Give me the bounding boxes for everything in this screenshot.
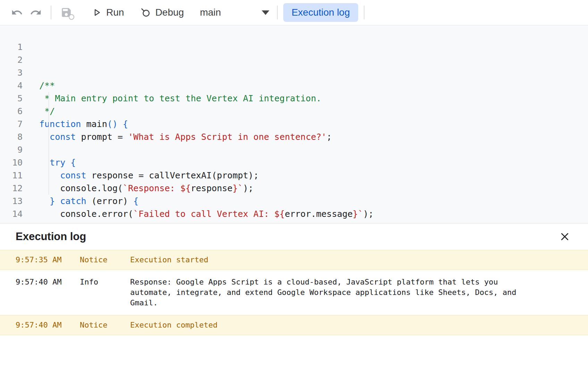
code-editor[interactable]: 1234567891011121314 /** * Main entry poi… (0, 25, 588, 223)
execution-log-button[interactable]: Execution log (283, 3, 358, 22)
execution-log-rows: 9:57:35 AMNoticeExecution started9:57:40… (0, 250, 588, 335)
code-token: response (191, 183, 233, 193)
line-number: 2 (0, 53, 23, 66)
toolbar: Run Debug main Execution log (0, 0, 588, 25)
line-number: 10 (0, 156, 23, 169)
line-number: 4 (0, 79, 23, 92)
chevron-down-icon (262, 10, 269, 15)
code-token: (error) (86, 196, 133, 206)
code-token: response = callVertexAI(prompt); (86, 170, 259, 180)
code-token (39, 222, 50, 223)
code-token: ; (327, 132, 332, 142)
redo-icon (30, 7, 42, 18)
execution-log-header: Execution log (0, 223, 588, 250)
undo-button[interactable] (9, 5, 25, 20)
debug-button[interactable]: Debug (136, 4, 188, 21)
undo-icon (11, 7, 23, 18)
code-line[interactable]: } catch (error) { (39, 195, 588, 208)
code-token: () (107, 119, 118, 129)
code-line[interactable]: console.log(`Response: ${response}`); (39, 182, 588, 195)
execution-log-panel: Execution log 9:57:35 AMNoticeExecution … (0, 223, 588, 335)
code-token: function (39, 119, 81, 129)
line-number: 9 (0, 143, 23, 156)
log-timestamp: 9:57:35 AM (16, 255, 80, 265)
code-line[interactable]: } (39, 220, 588, 223)
code-token: ); (363, 209, 373, 219)
toolbar-divider (277, 6, 278, 19)
line-number: 1 (0, 41, 23, 53)
code-line[interactable]: function main() { (39, 118, 588, 130)
log-entry-info: 9:57:40 AMInfoResponse: Google Apps Scri… (0, 270, 588, 315)
line-number: 13 (0, 195, 23, 208)
line-number: 11 (0, 169, 23, 182)
line-number: 3 (0, 66, 23, 79)
code-token: `Response: ${ (123, 183, 191, 193)
code-token (39, 158, 50, 168)
log-entry-notice: 9:57:40 AMNoticeExecution completed (0, 315, 588, 335)
function-select[interactable]: main (196, 4, 271, 21)
log-entry-notice: 9:57:35 AMNoticeExecution started (0, 250, 588, 270)
code-token (39, 196, 50, 206)
code-line[interactable]: try { (39, 156, 588, 169)
save-status-badge (69, 14, 74, 20)
code-token: catch (60, 196, 86, 206)
log-timestamp: 9:57:40 AM (16, 277, 80, 287)
line-number: 14 (0, 208, 23, 220)
log-message: Execution started (130, 255, 521, 265)
log-message: Response: Google Apps Script is a cloud-… (130, 277, 521, 308)
code-token: error.message (285, 209, 353, 219)
code-area[interactable]: /** * Main entry point to test the Verte… (31, 25, 588, 223)
code-token: { (70, 158, 76, 168)
log-timestamp: 9:57:40 AM (16, 320, 80, 330)
line-number: 6 (0, 105, 23, 118)
code-token: main (81, 119, 107, 129)
code-line[interactable]: /** (39, 79, 588, 92)
log-level: Info (80, 277, 130, 287)
run-button[interactable]: Run (87, 4, 128, 21)
code-token: 'What is Apps Script in one sentence?' (128, 132, 327, 142)
line-number: 8 (0, 130, 23, 143)
code-token: }` (233, 183, 243, 193)
code-line[interactable] (39, 143, 588, 156)
code-token: } (50, 222, 55, 223)
redo-button[interactable] (28, 5, 44, 20)
debug-icon (140, 7, 151, 18)
close-icon (560, 231, 570, 242)
code-token: * Main entry point to test the Vertex AI… (39, 93, 321, 103)
code-token: ); (243, 183, 253, 193)
line-number: 7 (0, 118, 23, 130)
code-token: console.log( (39, 183, 123, 193)
code-token (65, 158, 70, 168)
code-token (39, 132, 50, 142)
log-message: Execution completed (130, 320, 521, 330)
close-button[interactable] (557, 229, 572, 244)
toolbar-divider (51, 6, 51, 19)
function-select-value: main (200, 7, 221, 18)
code-token: { (123, 119, 128, 129)
code-line[interactable]: * Main entry point to test the Vertex AI… (39, 92, 588, 105)
code-token: */ (39, 106, 55, 116)
code-token: const (60, 170, 86, 180)
code-token: { (133, 196, 138, 206)
line-number: 12 (0, 182, 23, 195)
line-number: 5 (0, 92, 23, 105)
code-token: } (50, 196, 55, 206)
code-token: try (50, 158, 65, 168)
code-line[interactable]: console.error(`Failed to call Vertex AI:… (39, 208, 588, 220)
code-token: prompt = (76, 132, 128, 142)
code-token: /** (39, 81, 55, 91)
code-token (39, 170, 60, 180)
execution-log-title: Execution log (16, 230, 86, 243)
code-token (55, 196, 60, 206)
code-token (118, 119, 123, 129)
save-project-button[interactable] (58, 5, 74, 20)
code-token: `Failed to call Vertex AI: ${ (133, 209, 285, 219)
log-level: Notice (80, 320, 130, 330)
log-level: Notice (80, 255, 130, 265)
run-icon (92, 7, 102, 18)
toolbar-divider (364, 6, 364, 19)
code-line[interactable]: */ (39, 105, 588, 118)
code-token: console.error( (39, 209, 133, 219)
code-line[interactable]: const response = callVertexAI(prompt); (39, 169, 588, 182)
code-line[interactable]: const prompt = 'What is Apps Script in o… (39, 130, 588, 143)
